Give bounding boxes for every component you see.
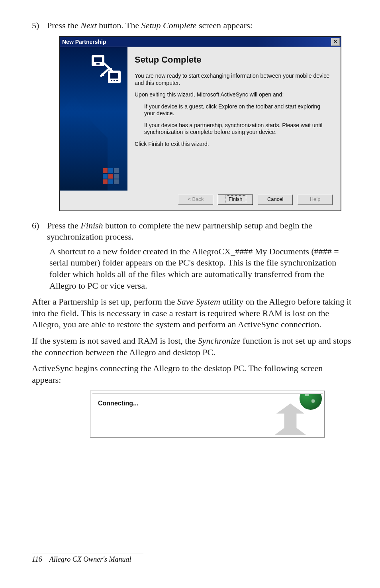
step-6-text-a: Press the (47, 220, 80, 230)
close-icon[interactable]: ✕ (331, 38, 340, 46)
para-b-em: Synchronize (198, 336, 241, 346)
page-number: 116 (32, 555, 42, 563)
dialog-title: New Partnership (62, 38, 106, 45)
new-partnership-dialog: New Partnership ✕ (59, 36, 341, 211)
dialog-side-graphic (60, 47, 127, 191)
svg-point-6 (114, 80, 115, 81)
para-b-before: If the system is not saved and RAM is lo… (32, 336, 198, 346)
para-a-before: After a Partnership is set up, perform t… (32, 297, 177, 307)
finish-button-label: Finish (225, 195, 246, 203)
step-6-em1: Finish (80, 220, 103, 230)
globe-icon (300, 393, 322, 410)
step-5-em2: Setup Complete (141, 20, 197, 30)
dialog-main: Setup Complete You are now ready to star… (127, 47, 341, 191)
step-5-text-c: screen appears: (196, 20, 252, 30)
step-5: 5) Press the Next button. The Setup Comp… (32, 20, 352, 31)
finish-button[interactable]: Finish (218, 195, 253, 205)
svg-rect-2 (96, 63, 100, 65)
svg-rect-4 (110, 73, 118, 79)
wizard-pixel-art-icon (103, 168, 119, 184)
help-button: Help (298, 195, 333, 205)
para-save-system: After a Partnership is set up, perform t… (32, 296, 352, 330)
connecting-panel: Connecting... (90, 390, 325, 438)
page-footer: 116 Allegro CX Owner's Manual (32, 553, 143, 564)
dialog-p3: If your device is a guest, click Explore… (144, 103, 332, 117)
dialog-heading: Setup Complete (135, 54, 332, 66)
step-5-text-b: button. The (97, 20, 141, 30)
back-button: < Back (178, 195, 213, 205)
dialog-p4: If your device has a partnership, synchr… (144, 122, 332, 136)
dialog-p2: Upon exiting this wizard, Microsoft Acti… (135, 91, 332, 98)
step-6b-text: A shortcut to a new folder created in th… (49, 246, 352, 291)
para-synchronize: If the system is not saved and RAM is lo… (32, 335, 352, 358)
dialog-button-row: < Back Finish Cancel Help (60, 191, 341, 210)
cancel-button[interactable]: Cancel (258, 195, 293, 205)
step-5-text: Press the Next button. The Setup Complet… (47, 20, 352, 31)
dialog-p5: Click Finish to exit this wizard. (135, 141, 332, 148)
connecting-graphic (254, 393, 323, 435)
dialog-titlebar: New Partnership ✕ (60, 37, 341, 47)
para-a-em: Save System (177, 297, 220, 307)
step-5-text-a: Press the (47, 20, 80, 30)
step-6-text: Press the Finish button to complete the … (47, 220, 352, 243)
manual-title: Allegro CX Owner's Manual (49, 555, 131, 563)
svg-point-5 (111, 80, 112, 81)
step-6: 6) Press the Finish button to complete t… (32, 220, 352, 243)
dialog-p1: You are now ready to start exchanging in… (135, 73, 332, 87)
step-5-em1: Next (80, 20, 96, 30)
svg-rect-1 (94, 57, 102, 62)
dialog-body: Setup Complete You are now ready to star… (60, 47, 341, 191)
step-6-number: 6) (32, 220, 47, 243)
para-activesync: ActiveSync begins connecting the Allegro… (32, 363, 352, 385)
svg-point-7 (116, 80, 118, 81)
step-5-number: 5) (32, 20, 47, 31)
wizard-devices-icon (92, 55, 122, 85)
